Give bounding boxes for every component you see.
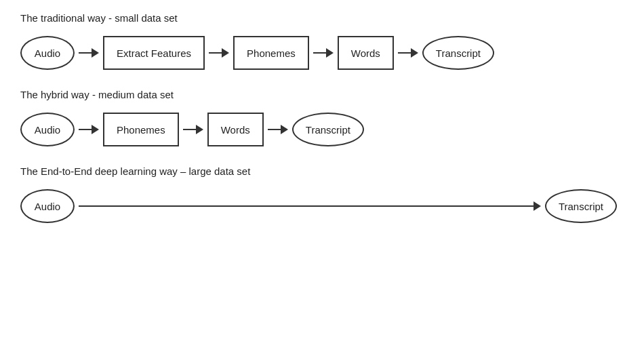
section-hybrid: The hybrid way - medium data set Audio P… <box>20 89 624 146</box>
node-phonemes-1: Phonemes <box>233 36 309 70</box>
section-hybrid-title: The hybrid way - medium data set <box>20 89 624 100</box>
arrow-6 <box>183 125 203 134</box>
node-audio-1: Audio <box>20 36 75 70</box>
node-audio-3: Audio <box>20 189 75 223</box>
node-extract-features: Extract Features <box>103 36 205 70</box>
node-transcript-1: Transcript <box>422 36 494 70</box>
arrow-4 <box>398 48 418 58</box>
section-traditional-title: The traditional way - small data set <box>20 12 624 24</box>
arrow-1 <box>79 48 99 58</box>
flow-row-hybrid: Audio Phonemes Words Transcript <box>20 113 624 146</box>
node-words-2: Words <box>207 113 264 146</box>
section-e2e-title: The End-to-End deep learning way – large… <box>20 165 624 177</box>
node-phonemes-2: Phonemes <box>103 113 179 146</box>
node-audio-2: Audio <box>20 113 75 146</box>
flow-row-e2e: Audio Transcript <box>20 189 617 223</box>
node-transcript-2: Transcript <box>292 113 364 146</box>
diagram-container: The traditional way - small data set Aud… <box>0 0 644 254</box>
node-transcript-3: Transcript <box>545 189 617 223</box>
node-words-1: Words <box>338 36 394 70</box>
flow-row-traditional: Audio Extract Features Phonemes Words <box>20 36 624 70</box>
arrow-8 <box>79 201 541 211</box>
arrow-3 <box>313 48 334 58</box>
section-traditional: The traditional way - small data set Aud… <box>20 12 624 70</box>
section-end-to-end: The End-to-End deep learning way – large… <box>20 165 624 223</box>
arrow-7 <box>268 125 288 134</box>
arrow-2 <box>209 48 229 58</box>
arrow-5 <box>79 125 99 134</box>
